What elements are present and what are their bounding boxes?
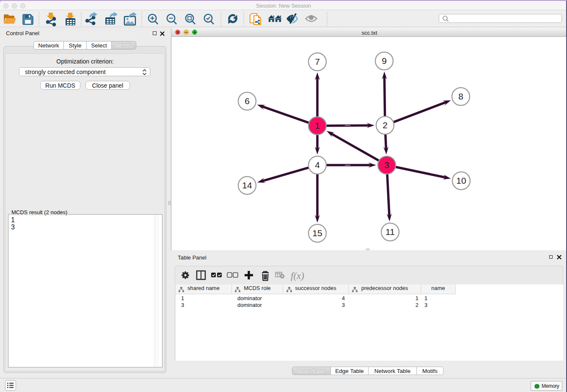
svg-text:11: 11 bbox=[385, 227, 395, 237]
svg-text:14: 14 bbox=[242, 180, 252, 190]
svg-text:1: 1 bbox=[315, 121, 320, 130]
svg-text:7: 7 bbox=[315, 57, 320, 66]
svg-text:9: 9 bbox=[382, 56, 387, 66]
svg-text:8: 8 bbox=[458, 91, 463, 101]
svg-text:15: 15 bbox=[312, 228, 322, 238]
svg-text:10: 10 bbox=[456, 176, 466, 185]
svg-text:2: 2 bbox=[383, 120, 388, 130]
svg-text:4: 4 bbox=[315, 160, 320, 170]
svg-text:3: 3 bbox=[384, 160, 389, 170]
svg-text:f(x): f(x) bbox=[291, 271, 304, 281]
svg-text:6: 6 bbox=[245, 96, 250, 106]
